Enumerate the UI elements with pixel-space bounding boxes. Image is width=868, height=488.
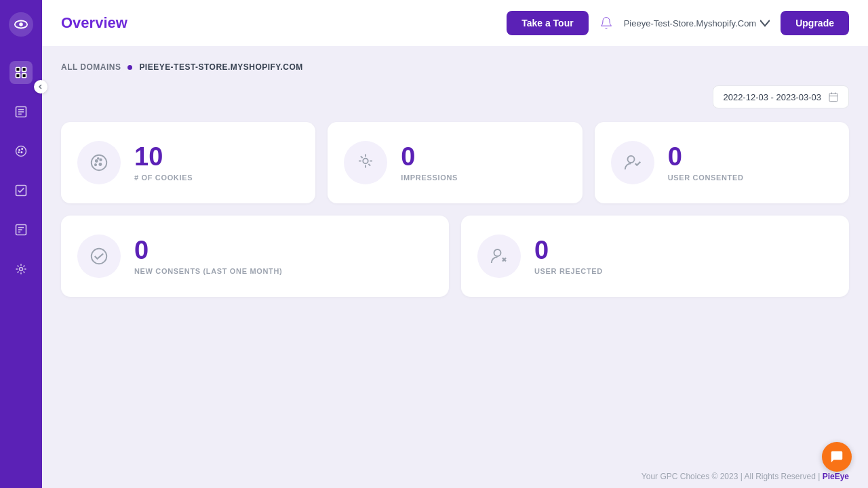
impressions-stat-info: 0 IMPRESSIONS (401, 144, 458, 182)
footer-brand: PieEye (823, 472, 849, 481)
new-consents-stat-value: 0 (134, 237, 282, 263)
user-rejected-stat-icon-wrap (477, 235, 521, 278)
svg-point-48 (494, 249, 501, 256)
cookies-stat-info: 10 # OF COOKIES (134, 144, 193, 182)
date-range-row: 2022-12-03 - 2023-03-03 (61, 85, 849, 108)
cookies-stat-value: 10 (134, 144, 193, 169)
svg-line-45 (369, 164, 371, 166)
footer-text: Your GPC Choices © 2023 | All Rights Res… (642, 472, 849, 481)
svg-rect-3 (22, 68, 26, 72)
svg-point-20 (20, 268, 23, 271)
settings-icon (14, 262, 28, 276)
svg-point-13 (21, 152, 22, 153)
reports-icon (14, 105, 28, 119)
svg-point-12 (22, 148, 23, 150)
breadcrumb-separator (127, 65, 132, 70)
stat-card-impressions: 0 IMPRESSIONS (328, 122, 582, 203)
user-consented-stat-value: 0 (668, 144, 744, 169)
sidebar-item-overview[interactable] (9, 61, 33, 84)
sidebar-collapse-button[interactable] (34, 80, 47, 94)
date-range-picker[interactable]: 2022-12-03 - 2023-03-03 (713, 85, 849, 108)
user-rejected-stat-info: 0 USER REJECTED (534, 237, 603, 275)
svg-line-26 (24, 272, 25, 273)
sidebar-item-settings[interactable] (9, 258, 33, 281)
cookies-stat-label: # OF COOKIES (134, 174, 193, 182)
sidebar-nav (9, 61, 33, 281)
stat-card-user-rejected: 0 USER REJECTED (461, 216, 849, 297)
svg-point-47 (92, 249, 107, 264)
stat-card-cookies: 10 # OF COOKIES (61, 122, 315, 203)
breadcrumb-current-domain: PIEEYE-TEST-STORE.MYSHOPIFY.COM (139, 62, 302, 72)
notification-bell[interactable] (599, 16, 613, 30)
svg-line-27 (24, 266, 25, 267)
new-consents-stat-label: NEW CONSENTS (LAST ONE MONTH) (134, 267, 282, 275)
sidebar-item-cookies[interactable] (9, 140, 33, 163)
svg-point-38 (98, 158, 99, 159)
breadcrumb-all-domains[interactable]: ALL DOMAINS (61, 62, 121, 72)
stats-bottom-row: 0 NEW CONSENTS (LAST ONE MONTH) 0 USER (61, 216, 849, 297)
new-consents-stat-icon-wrap (77, 235, 121, 278)
svg-point-46 (627, 156, 634, 163)
svg-rect-29 (829, 94, 837, 102)
domain-name: Pieeye-Test-Store.Myshopify.Com (624, 18, 757, 28)
cookies-stat-icon-wrap (77, 141, 121, 184)
svg-line-44 (361, 156, 363, 158)
impressions-stat-value: 0 (401, 144, 458, 169)
user-rejected-stat-label: USER REJECTED (534, 267, 603, 275)
svg-point-37 (95, 164, 96, 165)
svg-point-39 (363, 159, 369, 164)
eye-icon (14, 17, 28, 32)
impressions-stat-icon-wrap (344, 141, 387, 184)
cookies-icon (14, 144, 28, 158)
svg-line-25 (18, 266, 19, 267)
sidebar-item-reports[interactable] (9, 100, 33, 123)
upgrade-button[interactable]: Upgrade (781, 11, 849, 35)
svg-point-10 (16, 146, 26, 157)
domain-selector[interactable]: Pieeye-Test-Store.Myshopify.Com (624, 18, 770, 28)
stat-card-user-consented: 0 USER CONSENTED (595, 122, 849, 203)
sidebar (0, 0, 42, 488)
breadcrumb: ALL DOMAINS PIEEYE-TEST-STORE.MYSHOPIFY.… (61, 62, 849, 72)
main-content: Overview Take a Tour Pieeye-Test-Store.M… (42, 0, 868, 488)
svg-rect-5 (22, 74, 26, 78)
svg-point-34 (96, 160, 98, 162)
sidebar-logo[interactable] (9, 12, 33, 37)
user-consented-stat-label: USER CONSENTED (668, 174, 744, 182)
svg-point-11 (19, 150, 20, 151)
stat-card-new-consents: 0 NEW CONSENTS (LAST ONE MONTH) (61, 216, 449, 297)
svg-point-35 (100, 159, 102, 161)
page-title: Overview (61, 14, 496, 32)
scripts-icon (14, 223, 28, 237)
svg-rect-4 (16, 74, 20, 78)
chevron-left-icon (37, 83, 44, 90)
sidebar-item-scripts[interactable] (9, 218, 33, 241)
user-consented-stat-icon-wrap (611, 141, 654, 184)
bell-icon (599, 16, 613, 30)
chat-icon (829, 449, 844, 464)
footer: Your GPC Choices © 2023 | All Rights Res… (42, 465, 868, 488)
user-consented-stat-icon (623, 152, 643, 173)
chevron-down-icon (760, 18, 770, 28)
user-consented-stat-info: 0 USER CONSENTED (668, 144, 744, 182)
consents-icon (14, 184, 28, 197)
impressions-stat-label: IMPRESSIONS (401, 174, 458, 182)
take-tour-button[interactable]: Take a Tour (507, 11, 589, 35)
svg-point-33 (92, 155, 107, 171)
svg-point-36 (99, 163, 101, 165)
stats-top-row: 10 # OF COOKIES (61, 122, 849, 203)
calendar-icon (828, 92, 839, 102)
svg-point-14 (18, 152, 19, 152)
impressions-stat-icon (355, 152, 376, 173)
svg-rect-2 (16, 68, 20, 72)
user-rejected-stat-icon (489, 246, 509, 266)
content-area: ALL DOMAINS PIEEYE-TEST-STORE.MYSHOPIFY.… (42, 46, 868, 465)
svg-point-1 (19, 22, 23, 26)
cookies-stat-icon (89, 152, 109, 173)
chat-bubble-button[interactable] (822, 442, 852, 472)
new-consents-stat-icon (89, 246, 109, 266)
sidebar-item-consents[interactable] (9, 179, 33, 202)
date-range-value: 2022-12-03 - 2023-03-03 (723, 92, 821, 102)
grid-icon (14, 66, 28, 79)
header: Overview Take a Tour Pieeye-Test-Store.M… (42, 0, 868, 46)
svg-line-28 (18, 272, 19, 273)
